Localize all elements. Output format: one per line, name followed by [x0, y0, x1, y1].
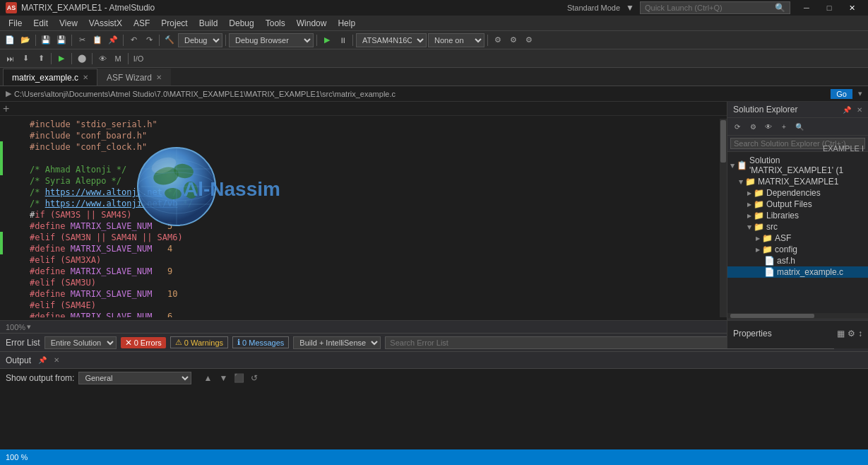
close-button[interactable]: ✕	[841, 0, 862, 16]
warnings-badge[interactable]: ⚠ 0 Warnings	[170, 336, 228, 348]
io-view-button[interactable]: I/O	[131, 52, 145, 66]
config-icon: 📁	[762, 245, 773, 254]
save-button[interactable]: 💾	[39, 33, 53, 47]
props-sort-icon[interactable]: ⚙	[848, 329, 855, 339]
messages-badge[interactable]: ℹ 0 Messages	[232, 336, 289, 348]
cut-button[interactable]: ✂	[75, 33, 89, 47]
menu-bar: File Edit View VAssistX ASF Project Buil…	[0, 16, 868, 31]
tab-matrix-example-close[interactable]: ✕	[83, 73, 88, 81]
tab-asf-wizard[interactable]: ASF Wizard ✕	[97, 69, 171, 86]
error-filter-dropdown[interactable]: Entire Solution	[44, 336, 117, 349]
toolbar2-sep-2	[71, 53, 72, 64]
menu-asf[interactable]: ASF	[128, 17, 155, 30]
menu-file[interactable]: File	[3, 17, 28, 30]
tree-item-dependencies[interactable]: ▶ 📁 Dependencies	[727, 187, 868, 199]
tree-item-project[interactable]: ▶ 📁 MATRIX_EXAMPLE1	[727, 176, 868, 187]
quick-launch-search[interactable]: 🔍	[640, 1, 790, 14]
save-all-button[interactable]: 💾	[54, 33, 69, 47]
output-pin[interactable]: 📌	[38, 356, 47, 364]
tree-item-output-files[interactable]: ▶ 📁 Output Files	[727, 199, 868, 210]
menu-edit[interactable]: Edit	[28, 17, 54, 30]
warning-icon: ⚠	[175, 338, 182, 347]
status-bar: 100 %	[0, 449, 868, 465]
none-on-dropdown[interactable]: None on	[428, 33, 484, 47]
editor-scrollbar-thumb[interactable]	[720, 120, 726, 163]
continue-button[interactable]: ▶	[54, 52, 69, 66]
se-props-button[interactable]: ⚙	[746, 119, 760, 134]
se-search-button[interactable]: 🔍	[792, 119, 807, 134]
se-pin-button[interactable]: 📌	[843, 106, 851, 114]
example-i-label: EXAMPLE I	[823, 144, 864, 153]
target-dropdown[interactable]: ATSAM4N16C	[356, 33, 427, 47]
menu-debug[interactable]: Debug	[223, 17, 259, 30]
props-alpha-icon[interactable]: ↕	[858, 329, 862, 339]
code-area[interactable]: #include "stdio_serial.h" #include "conf…	[24, 119, 720, 317]
paste-button[interactable]: 📌	[106, 33, 120, 47]
browser-dropdown[interactable]: Debug Browser	[229, 33, 314, 47]
se-close-button[interactable]: ✕	[857, 106, 862, 114]
tree-item-asf-h[interactable]: 📄 asf.h	[727, 255, 868, 266]
tree-item-matrix-example-c[interactable]: 📄 matrix_example.c	[727, 266, 868, 278]
menu-project[interactable]: Project	[155, 17, 193, 30]
output-up-icon[interactable]: ▲	[201, 372, 214, 384]
menu-window[interactable]: Window	[291, 17, 333, 30]
debug-config-dropdown[interactable]: Debug	[178, 33, 222, 47]
mode-label: Standard Mode	[567, 4, 620, 12]
output-refresh-icon[interactable]: ↺	[248, 372, 261, 384]
start-debug-button[interactable]: ▶	[320, 33, 334, 47]
editor-scrollbar[interactable]	[720, 119, 727, 317]
tab-matrix-example[interactable]: matrix_example.c ✕	[3, 69, 97, 86]
status-zoom: 100 %	[6, 453, 28, 461]
output-stop-icon[interactable]: ⬛	[232, 372, 245, 384]
tree-label-dependencies: Dependencies	[766, 188, 821, 198]
path-expand-button[interactable]: ▾	[858, 89, 862, 98]
open-file-button[interactable]: 📂	[18, 33, 32, 47]
tree-item-src[interactable]: ▶ 📁 src	[727, 221, 868, 232]
menu-view[interactable]: View	[54, 17, 83, 30]
props-grid-icon[interactable]: ▦	[837, 329, 845, 339]
se-new-solution-button[interactable]: +	[777, 119, 791, 134]
build-button[interactable]: 🔨	[162, 33, 177, 47]
maximize-button[interactable]: □	[819, 0, 840, 16]
step-out-button[interactable]: ⬆	[34, 52, 48, 66]
se-scrollbar-thumb[interactable]	[730, 314, 814, 318]
tab-asf-wizard-close[interactable]: ✕	[156, 73, 162, 81]
output-source-dropdown[interactable]: General	[78, 372, 191, 384]
code-editor[interactable]: + #include "stdio_serial.	[0, 102, 727, 333]
go-button[interactable]: Go	[831, 89, 852, 99]
tree-item-libraries[interactable]: ▶ 📁 Libraries	[727, 210, 868, 221]
menu-vassistx[interactable]: VAssistX	[83, 17, 128, 30]
zoom-dropdown-arrow[interactable]: ▾	[27, 322, 31, 331]
pause-button[interactable]: ⏸	[335, 33, 350, 47]
add-line-button[interactable]: +	[3, 102, 9, 115]
step-into-button[interactable]: ⬇	[18, 52, 32, 66]
memory-button[interactable]: M	[111, 52, 125, 66]
tab-asf-wizard-label: ASF Wizard	[107, 73, 152, 83]
tb-icon-1[interactable]: ⚙	[491, 33, 505, 47]
output-down-icon[interactable]: ▼	[217, 372, 230, 384]
se-sync-button[interactable]: ⟳	[730, 119, 744, 134]
menu-tools[interactable]: Tools	[260, 17, 291, 30]
tree-item-asf[interactable]: ▶ 📁 ASF	[727, 232, 868, 244]
watch-button[interactable]: 👁	[95, 52, 109, 66]
new-file-button[interactable]: 📄	[3, 33, 17, 47]
tb-icon-3[interactable]: ⚙	[522, 33, 536, 47]
menu-build[interactable]: Build	[194, 17, 224, 30]
tree-item-config[interactable]: ▶ 📁 config	[727, 244, 868, 255]
se-scrollbar[interactable]	[727, 313, 868, 319]
step-over-button[interactable]: ⏭	[3, 52, 17, 66]
redo-button[interactable]: ↷	[142, 33, 156, 47]
breakpoint-button[interactable]: ⬤	[75, 52, 89, 66]
tree-item-solution[interactable]: ▶ 📋 Solution 'MATRIX_EXAMPLE1' (1	[727, 155, 868, 176]
errors-badge[interactable]: ✕ 0 Errors	[121, 337, 166, 348]
copy-button[interactable]: 📋	[90, 33, 105, 47]
minimize-button[interactable]: ─	[796, 0, 817, 16]
build-filter-dropdown[interactable]: Build + IntelliSense	[293, 336, 381, 349]
asf-folder-icon: 📁	[762, 233, 773, 243]
undo-button[interactable]: ↶	[126, 33, 141, 47]
output-close[interactable]: ✕	[54, 356, 59, 364]
quick-launch-input[interactable]	[645, 4, 772, 12]
menu-help[interactable]: Help	[332, 17, 361, 30]
se-show-all-button[interactable]: 👁	[761, 119, 775, 134]
tb-icon-2[interactable]: ⚙	[506, 33, 521, 47]
